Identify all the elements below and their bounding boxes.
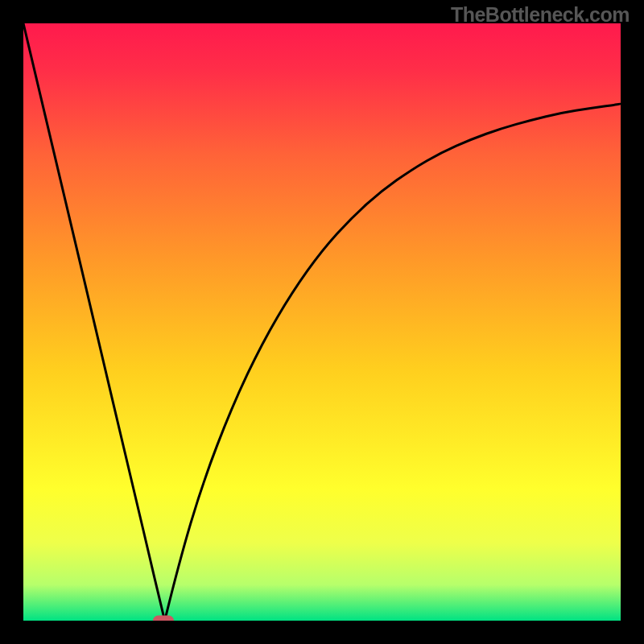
curve-layer bbox=[23, 23, 621, 621]
optimal-point-marker bbox=[153, 616, 174, 621]
curve-left-branch bbox=[23, 23, 165, 621]
watermark-text: TheBottleneck.com bbox=[451, 3, 630, 27]
plot-area bbox=[23, 23, 621, 621]
curve-right-branch bbox=[165, 104, 621, 621]
chart-frame: TheBottleneck.com bbox=[0, 0, 644, 644]
